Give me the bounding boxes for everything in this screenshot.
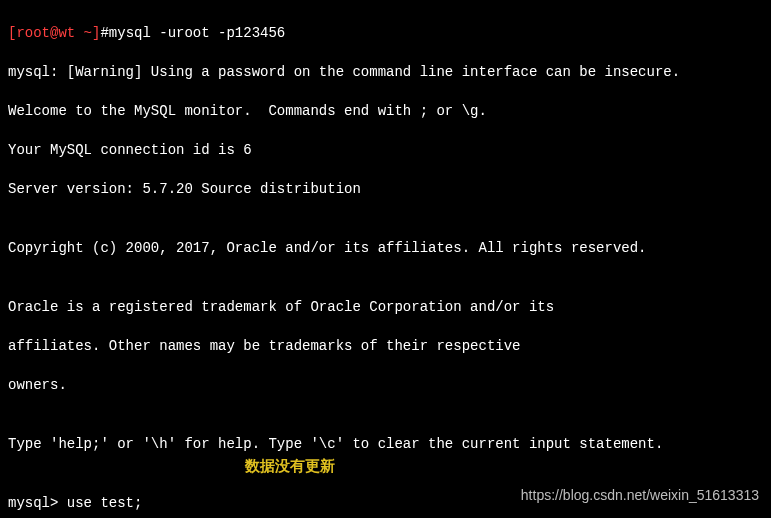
- conn-id-line: Your MySQL connection id is 6: [8, 141, 763, 161]
- trademark-line: affiliates. Other names may be trademark…: [8, 337, 763, 357]
- prompt-hash: #: [100, 25, 108, 41]
- version-line: Server version: 5.7.20 Source distributi…: [8, 180, 763, 200]
- welcome-line: Welcome to the MySQL monitor. Commands e…: [8, 102, 763, 122]
- annotation-text: 数据没有更新: [245, 455, 335, 476]
- prompt-command: mysql -uroot -p123456: [109, 25, 285, 41]
- trademark-line: Oracle is a registered trademark of Orac…: [8, 298, 763, 318]
- watermark-text: https://blog.csdn.net/weixin_51613313: [521, 486, 759, 506]
- trademark-line: owners.: [8, 376, 763, 396]
- terminal-output[interactable]: [root@wt ~]#mysql -uroot -p123456 mysql:…: [8, 4, 763, 518]
- warning-line: mysql: [Warning] Using a password on the…: [8, 63, 763, 83]
- prompt-user-host: [root@wt ~]: [8, 25, 100, 41]
- help-line: Type 'help;' or '\h' for help. Type '\c'…: [8, 435, 763, 455]
- prompt-line: [root@wt ~]#mysql -uroot -p123456: [8, 24, 763, 44]
- copyright-line: Copyright (c) 2000, 2017, Oracle and/or …: [8, 239, 763, 259]
